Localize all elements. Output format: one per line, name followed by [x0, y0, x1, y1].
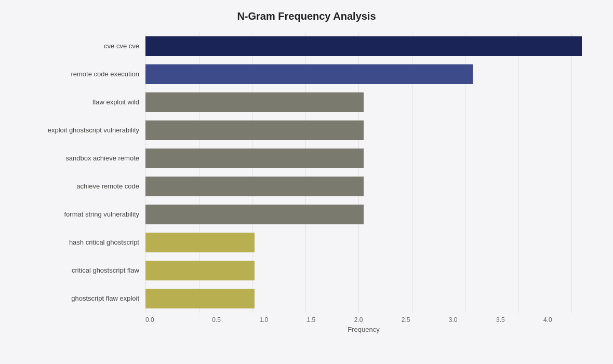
bar-fill [145, 36, 582, 56]
bar-track [145, 205, 582, 224]
bar-fill [145, 149, 364, 168]
bar-fill [145, 92, 364, 112]
x-tick: 2.5 [382, 316, 430, 323]
bar-fill [145, 205, 364, 224]
bar-track [145, 149, 582, 168]
bar-row: flaw exploit wild [31, 89, 582, 116]
bar-fill [145, 289, 255, 308]
chart-title: N-Gram Frequency Analysis [31, 10, 582, 22]
bar-row: remote code execution [31, 61, 582, 88]
bar-fill [145, 233, 255, 252]
bar-row: format string vulnerability [31, 201, 582, 228]
x-axis: 0.00.51.01.52.02.53.03.54.0 [31, 316, 582, 323]
bar-label: hash critical ghostscript [31, 238, 145, 246]
x-tick: 4.0 [524, 316, 571, 323]
bars-container: cve cve cveremote code executionflaw exp… [31, 33, 582, 313]
bar-label: achieve remote code [31, 182, 145, 190]
bar-track [145, 233, 582, 252]
bar-label: cve cve cve [31, 42, 145, 50]
bar-fill [145, 177, 364, 196]
bar-label: remote code execution [31, 70, 145, 78]
bar-label: format string vulnerability [31, 210, 145, 218]
bar-label: flaw exploit wild [31, 98, 145, 106]
bar-track [145, 92, 582, 112]
bar-row: critical ghostscript flaw [31, 257, 582, 284]
bar-label: critical ghostscript flaw [31, 266, 145, 274]
bar-track [145, 289, 582, 308]
bar-fill [145, 261, 255, 280]
bar-label: exploit ghostscript vulnerability [31, 126, 145, 134]
chart-area: cve cve cveremote code executionflaw exp… [31, 33, 582, 313]
bar-row: hash critical ghostscript [31, 229, 582, 256]
x-tick: 2.0 [335, 316, 382, 323]
x-tick: 3.5 [477, 316, 524, 323]
bar-row: ghostscript flaw exploit [31, 285, 582, 312]
x-tick: 1.5 [287, 316, 335, 323]
bar-row: cve cve cve [31, 33, 582, 60]
bar-track [145, 177, 582, 196]
x-axis-label: Frequency [31, 326, 582, 333]
bar-fill [145, 120, 364, 140]
bar-row: sandbox achieve remote [31, 145, 582, 172]
bar-track [145, 36, 582, 56]
x-tick: 0.5 [193, 316, 240, 323]
x-tick: 3.0 [430, 316, 477, 323]
bar-row: exploit ghostscript vulnerability [31, 117, 582, 144]
bar-label: ghostscript flaw exploit [31, 294, 145, 302]
bar-fill [145, 64, 473, 84]
x-tick: 0.0 [145, 316, 193, 323]
bar-row: achieve remote code [31, 173, 582, 200]
chart-container: N-Gram Frequency Analysis cve cve cverem… [21, 0, 592, 364]
bar-label: sandbox achieve remote [31, 154, 145, 162]
x-tick: 1.0 [240, 316, 287, 323]
bar-track [145, 261, 582, 280]
bar-track [145, 120, 582, 140]
bar-track [145, 64, 582, 84]
